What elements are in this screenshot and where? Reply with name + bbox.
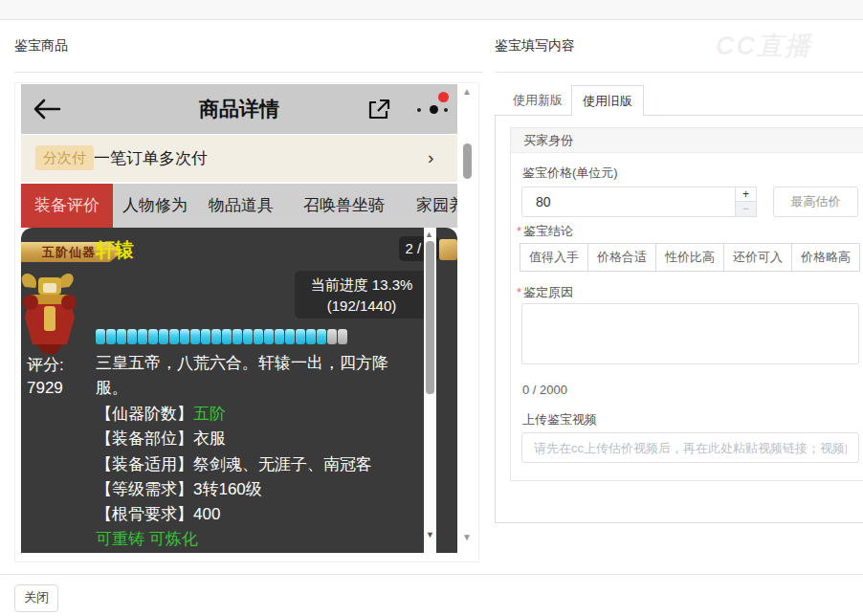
score-label: 评分: — [27, 354, 64, 376]
progress-block — [138, 329, 147, 344]
panel-scrollbar[interactable]: ▲ ▼ — [460, 84, 475, 553]
scroll-down-icon[interactable]: ▼ — [462, 532, 472, 542]
tab-home[interactable]: 家园养 — [416, 184, 457, 228]
progress-block — [275, 329, 284, 344]
cc-watermark: CC直播 — [716, 29, 859, 63]
progress-tooltip: 当前进度 13.3% (192/1440) — [295, 271, 429, 319]
installment-text: 一笔订单多次付 — [94, 135, 208, 182]
char-counter: 0 / 2000 — [522, 383, 567, 397]
progress-block — [96, 329, 105, 344]
item-tags: 可重铸 可炼化 — [96, 528, 198, 550]
item-name: 轩辕 — [96, 237, 134, 263]
item-attr-row: 【装备部位】衣服 — [96, 428, 226, 450]
progress-block — [222, 329, 232, 344]
notification-dot — [438, 92, 449, 102]
item-desc-line: 三皇五帝，八荒六合。轩辕一出，四方降 — [96, 352, 388, 374]
score-value: 7929 — [27, 379, 63, 398]
progress-block — [264, 329, 274, 344]
progress-block — [201, 329, 210, 344]
close-button[interactable]: 关闭 — [14, 584, 58, 612]
right-panel-title: 鉴宝填写内容 — [495, 37, 575, 55]
more-menu-icon[interactable] — [411, 90, 457, 119]
installment-row[interactable]: 分次付 一笔订单多次付 › — [21, 135, 457, 182]
stepper-increase-button[interactable]: + — [736, 187, 757, 202]
tab-items[interactable]: 物品道具 — [209, 184, 274, 228]
item-desc-line: 服。 — [96, 377, 128, 399]
required-asterisk: * — [517, 285, 521, 299]
progress-block — [180, 329, 189, 344]
scroll-down-icon[interactable]: ▼ — [426, 530, 434, 539]
option-slightly-high[interactable]: 价格略高 — [791, 243, 860, 272]
dot — [444, 108, 448, 112]
option-bargain-ok[interactable]: 还价可入 — [723, 243, 792, 272]
conclusion-label: *鉴宝结论 — [517, 223, 573, 240]
reason-label: *鉴定原因 — [517, 284, 573, 301]
conclusion-options: 值得入手 价格合适 性价比高 还价可入 价格略高 — [520, 243, 860, 272]
progress-block — [159, 329, 168, 344]
price-input[interactable] — [521, 187, 756, 217]
progress-block — [317, 329, 326, 344]
video-link-input[interactable] — [521, 432, 859, 463]
game-screenshot: 五阶仙器 轩辕 2 / 5 当前进度 13.3% (192/1440) 评分 — [21, 228, 457, 553]
window-top-bar — [0, 0, 863, 20]
progress-block — [190, 329, 200, 344]
progress-block — [285, 329, 295, 344]
left-panel-title: 鉴宝商品 — [14, 37, 68, 55]
option-cost-effective[interactable]: 性价比高 — [655, 243, 724, 272]
progress-block — [306, 329, 316, 344]
progress-block — [232, 329, 242, 344]
scroll-up-icon[interactable]: ▲ — [425, 230, 433, 239]
tab-equipment-review[interactable]: 装备评价 — [21, 184, 113, 228]
tab-use-new-version[interactable]: 使用新版 — [504, 86, 571, 115]
left-header-divider — [14, 72, 483, 73]
progress-block — [296, 329, 305, 344]
item-avatar-image — [21, 268, 80, 356]
game-scrollbar-thumb[interactable] — [426, 241, 434, 394]
game-scrollbar[interactable]: ▲ ▼ — [424, 228, 436, 553]
progress-block — [117, 329, 126, 344]
installment-badge: 分次付 — [35, 145, 94, 170]
reason-textarea[interactable] — [521, 303, 859, 364]
category-tabbar: 装备评价 人物修为 物品道具 召唤兽坐骑 家园养 — [21, 184, 457, 228]
progress-block — [148, 329, 158, 344]
option-worth-buying[interactable]: 值得入手 — [520, 243, 588, 272]
progress-block — [254, 329, 263, 344]
item-attr-row: 【仙器阶数】五阶 — [96, 403, 226, 425]
tab-character[interactable]: 人物修为 — [122, 184, 188, 228]
gold-decoration — [439, 239, 457, 260]
right-header-divider — [495, 72, 863, 73]
option-price-fair[interactable]: 价格合适 — [587, 243, 656, 272]
price-label: 鉴宝价格(单位元) — [522, 165, 618, 182]
chevron-right-icon: › — [428, 135, 433, 182]
max-estimate-button[interactable]: 最高估价 — [773, 187, 858, 217]
back-arrow-icon[interactable] — [31, 97, 63, 125]
progress-block — [127, 329, 137, 344]
dot — [417, 108, 421, 112]
price-stepper: + − — [735, 187, 756, 217]
required-asterisk: * — [517, 224, 521, 238]
upload-video-label: 上传鉴宝视频 — [522, 411, 597, 429]
progress-block — [211, 329, 221, 344]
tab-use-old-version[interactable]: 使用旧版 — [571, 85, 644, 116]
item-attr-row: 【根骨要求】400 — [96, 503, 220, 525]
progress-block — [338, 329, 347, 344]
scroll-up-icon[interactable]: ▲ — [462, 86, 472, 97]
progress-block — [327, 329, 337, 344]
panel-scrollbar-thumb[interactable] — [463, 143, 472, 179]
mobile-page-title: 商品详情 — [21, 84, 457, 134]
footer-divider — [0, 574, 863, 575]
tooltip-line1: 当前进度 13.3% — [295, 275, 429, 296]
buyer-identity-bar: 买家身份 — [511, 128, 863, 153]
item-attr-row: 【装备适用】祭剑魂、无涯子、南冠客 — [96, 453, 372, 475]
tooltip-line2: (192/1440) — [295, 296, 429, 317]
product-detail-screenshot: 商品详情 分次付 一笔订单多次付 › 装备评价 人物修为 物品道具 召唤兽坐骑 … — [21, 84, 457, 553]
progress-block — [106, 329, 116, 344]
progress-block — [169, 329, 179, 344]
progress-block — [243, 329, 253, 344]
item-attr-row: 【等级需求】3转160级 — [96, 478, 262, 500]
tab-divider — [495, 115, 863, 116]
tab-pets-mounts[interactable]: 召唤兽坐骑 — [303, 184, 385, 228]
share-icon[interactable] — [366, 98, 391, 124]
dot — [430, 105, 438, 114]
stepper-decrease-button[interactable]: − — [736, 202, 757, 217]
